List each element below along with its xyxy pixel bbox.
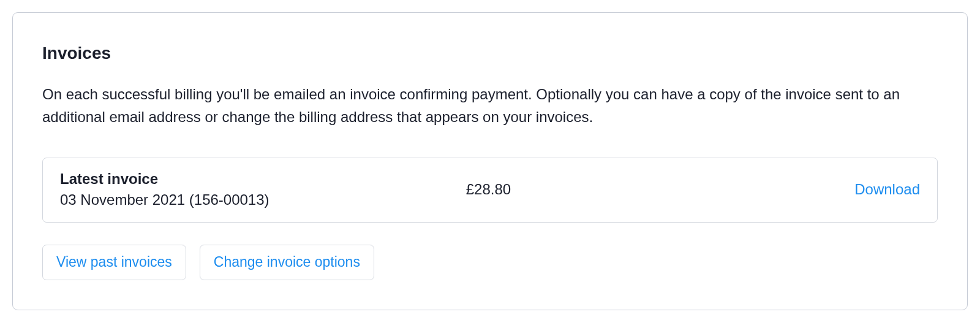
panel-title: Invoices <box>42 44 938 63</box>
invoices-panel: Invoices On each successful billing you'… <box>12 12 968 310</box>
download-link[interactable]: Download <box>854 181 920 197</box>
latest-invoice-card: Latest invoice 03 November 2021 (156-000… <box>42 158 938 223</box>
latest-invoice-amount: £28.80 <box>466 181 511 198</box>
view-past-invoices-button[interactable]: View past invoices <box>42 245 186 280</box>
latest-invoice-date: 03 November 2021 (156-00013) <box>60 191 270 208</box>
panel-description: On each successful billing you'll be ema… <box>42 83 938 128</box>
actions-row: View past invoices Change invoice option… <box>42 245 938 280</box>
change-invoice-options-button[interactable]: Change invoice options <box>200 245 374 280</box>
invoice-info: Latest invoice 03 November 2021 (156-000… <box>60 170 270 208</box>
latest-invoice-label: Latest invoice <box>60 170 270 188</box>
